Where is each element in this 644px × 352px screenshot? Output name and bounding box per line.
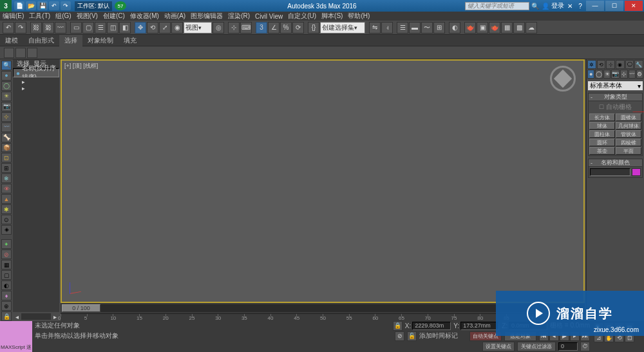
create-torus-button[interactable]: 圆环: [589, 139, 615, 146]
lt-xref-icon[interactable]: ⊞: [1, 163, 12, 173]
create-plane-button[interactable]: 平面: [616, 147, 641, 155]
cmd-cat-systems-icon[interactable]: ⚙: [636, 70, 643, 79]
viewcube[interactable]: [550, 66, 576, 92]
setkey-button[interactable]: 设置关键点: [482, 342, 515, 351]
time-slider-handle[interactable]: 0 / 100: [62, 304, 100, 312]
lt-bone-icon[interactable]: 🦴: [1, 133, 12, 142]
create-tube-button[interactable]: 管状体: [616, 130, 641, 138]
qat-redo-icon[interactable]: ↷: [61, 1, 71, 10]
menu-grapheditors[interactable]: 图形编辑器: [191, 12, 223, 21]
lt-invert-icon[interactable]: ◐: [1, 280, 12, 290]
qat-new-icon[interactable]: 📄: [14, 1, 24, 10]
lt-display-icon[interactable]: ✦: [1, 239, 12, 249]
signin-icon[interactable]: 👤: [541, 1, 550, 10]
prev-frame-icon[interactable]: ◂: [549, 331, 559, 341]
cmd-cat-lights-icon[interactable]: ☀: [603, 70, 611, 79]
create-geosphere-button[interactable]: 几何球体: [616, 122, 641, 130]
ribbon-tab-selection[interactable]: 选择: [59, 35, 82, 46]
autokey-button[interactable]: 自动关键点: [469, 331, 502, 341]
menu-group[interactable]: 组(G): [55, 12, 71, 21]
exchange-icon[interactable]: ✕: [565, 1, 574, 10]
menu-help[interactable]: 帮助(H): [348, 12, 370, 21]
create-pyramid-button[interactable]: 四棱锥: [616, 139, 641, 146]
lt-group-icon[interactable]: ⊡: [1, 153, 12, 162]
create-cone-button[interactable]: 圆锥体: [616, 113, 641, 121]
viewport-top[interactable]: [+] [顶] [线框]: [61, 59, 585, 303]
lt-spacewarp-icon[interactable]: 〰: [1, 122, 12, 132]
cmd-cat-helpers-icon[interactable]: ⊹: [620, 70, 627, 79]
notification-badge[interactable]: 57: [115, 1, 126, 10]
menu-customize[interactable]: 自定义(U): [288, 12, 316, 21]
ribbon-tab-modeling[interactable]: 建模: [0, 35, 23, 46]
qat-save-icon[interactable]: 💾: [37, 1, 48, 10]
render-activeshade-icon[interactable]: ▩: [513, 22, 525, 34]
se-node[interactable]: ▸: [14, 79, 58, 85]
keyboard-shortcut-icon[interactable]: ⌨: [240, 22, 252, 34]
select-place-icon[interactable]: ◉: [171, 22, 183, 34]
cmd-tab-create-icon[interactable]: ✲: [587, 60, 596, 69]
angle-snap-icon[interactable]: ∠: [268, 22, 279, 34]
cmd-cat-geometry-icon[interactable]: ●: [587, 70, 594, 79]
use-center-icon[interactable]: ◎: [213, 22, 224, 34]
window-crossing-icon[interactable]: ◧: [119, 22, 131, 34]
maxscript-listener[interactable]: MAXScript 迷: [0, 321, 32, 352]
ribbon-tab-freeform[interactable]: 自由形式: [23, 35, 59, 46]
app-logo[interactable]: 3: [0, 0, 12, 12]
keyfilter-button[interactable]: 关键点过滤器: [517, 342, 556, 351]
menu-create[interactable]: 创建(C): [103, 12, 125, 21]
menu-civilview[interactable]: Civil View: [255, 13, 283, 20]
cmd-cat-shapes-icon[interactable]: ◯: [595, 70, 603, 79]
schematic-view-icon[interactable]: ⊞: [433, 22, 445, 34]
play-icon[interactable]: ▶: [560, 331, 569, 341]
material-editor-icon[interactable]: ◐: [449, 22, 460, 34]
isolate-toggle-icon[interactable]: ⊘: [395, 331, 404, 341]
menu-edit[interactable]: 编辑(E): [3, 12, 24, 21]
object-color-swatch[interactable]: [632, 168, 641, 176]
menu-tools[interactable]: 工具(T): [29, 12, 50, 21]
qat-undo-icon[interactable]: ↶: [49, 1, 59, 10]
spinner-snap-icon[interactable]: ⟳: [292, 22, 304, 34]
ref-coord-dropdown[interactable]: 视图▾: [184, 22, 212, 34]
cmd-tab-utilities-icon[interactable]: 🔧: [634, 60, 643, 69]
selection-lock-icon[interactable]: 🔓: [407, 331, 417, 341]
named-selset-icon[interactable]: {}: [308, 22, 319, 34]
create-box-button[interactable]: 长方体: [589, 113, 615, 121]
goto-start-icon[interactable]: ⏮: [539, 331, 549, 341]
selection-filter-icon[interactable]: ▭: [70, 22, 82, 34]
coord-x-input[interactable]: 2229.803m: [412, 322, 451, 330]
zoom-extents-all-icon[interactable]: ▦: [625, 322, 634, 332]
layer-explorer-icon[interactable]: ☰: [397, 22, 408, 34]
goto-end-icon[interactable]: ⏭: [580, 331, 590, 341]
cmd-tab-modify-icon[interactable]: ⟲: [597, 60, 606, 69]
cmd-tab-display-icon[interactable]: 🖵: [625, 60, 634, 69]
se-scrollbar[interactable]: [21, 313, 51, 320]
help-icon[interactable]: ?: [576, 1, 585, 10]
search-icon[interactable]: 🔍: [531, 1, 540, 10]
zoom-all-icon[interactable]: ⊡: [604, 322, 614, 332]
rollout-header-name-color[interactable]: 名称和颜色: [589, 159, 642, 167]
create-teapot-button[interactable]: 茶壶: [589, 147, 615, 155]
ribbon-tab-objectpaint[interactable]: 对象绘制: [82, 35, 118, 46]
undo-icon[interactable]: ↶: [3, 22, 14, 34]
qat-open-icon[interactable]: 📂: [26, 1, 36, 10]
snap-toggle-icon[interactable]: 3: [256, 22, 267, 34]
lt-none-icon[interactable]: ▢: [1, 270, 12, 280]
mirror-icon[interactable]: ⇋: [369, 22, 381, 34]
minimize-button[interactable]: —: [586, 1, 604, 11]
lt-light-icon[interactable]: ☀: [1, 92, 12, 101]
ribbon-btn-2[interactable]: [15, 48, 26, 58]
lt-hide-icon[interactable]: 👁: [1, 184, 12, 193]
add-time-tag[interactable]: 添加时间标记: [419, 331, 458, 340]
fov-icon[interactable]: ⊿: [594, 333, 603, 342]
lt-all-icon[interactable]: ▦: [1, 260, 12, 269]
autogrid-checkbox[interactable]: ☐ 自动栅格: [589, 101, 642, 113]
lt-misc2-icon[interactable]: ◈: [1, 225, 12, 235]
pan-icon[interactable]: ✋: [604, 333, 614, 342]
coord-z-input[interactable]: 0.0mm: [509, 322, 547, 330]
lt-freeze-icon[interactable]: ❄: [1, 173, 12, 183]
lt-misc4-icon[interactable]: ⊕: [1, 301, 12, 311]
help-search-input[interactable]: [465, 2, 529, 10]
create-sphere-button[interactable]: 球体: [589, 122, 615, 130]
lt-misc1-icon[interactable]: ⊙: [1, 215, 12, 224]
lt-shape-icon[interactable]: ◯: [1, 81, 12, 91]
